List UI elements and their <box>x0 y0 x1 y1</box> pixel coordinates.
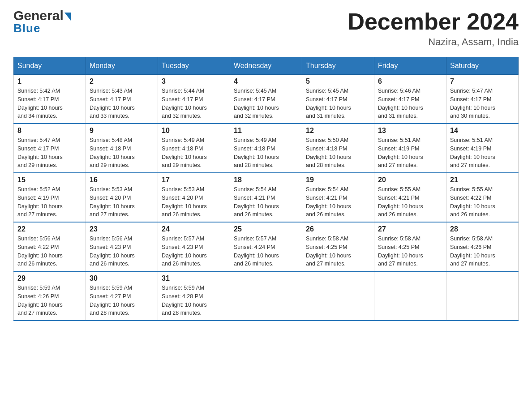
day-info: Sunrise: 5:59 AMSunset: 4:26 PMDaylight:… <box>17 284 82 317</box>
week-row-1: 1 Sunrise: 5:42 AMSunset: 4:17 PMDayligh… <box>14 75 519 124</box>
day-number: 12 <box>306 127 370 135</box>
calendar-cell: 18 Sunrise: 5:54 AMSunset: 4:21 PMDaylig… <box>230 173 302 222</box>
day-number: 4 <box>234 77 298 86</box>
day-number: 7 <box>450 77 515 86</box>
header-sunday: Sunday <box>14 57 86 75</box>
day-number: 1 <box>17 77 82 86</box>
day-info: Sunrise: 5:58 AMSunset: 4:25 PMDaylight:… <box>306 235 370 268</box>
day-number: 3 <box>162 77 226 86</box>
calendar-cell: 30 Sunrise: 5:59 AMSunset: 4:27 PMDaylig… <box>86 271 158 321</box>
header-friday: Friday <box>374 57 446 75</box>
calendar-cell: 5 Sunrise: 5:45 AMSunset: 4:17 PMDayligh… <box>302 75 374 124</box>
day-number: 28 <box>450 225 515 233</box>
calendar-cell: 26 Sunrise: 5:58 AMSunset: 4:25 PMDaylig… <box>302 222 374 271</box>
day-number: 19 <box>306 176 370 184</box>
calendar-cell: 12 Sunrise: 5:50 AMSunset: 4:18 PMDaylig… <box>302 124 374 173</box>
day-info: Sunrise: 5:47 AMSunset: 4:17 PMDaylight:… <box>17 136 82 170</box>
day-number: 14 <box>450 127 515 135</box>
day-info: Sunrise: 5:49 AMSunset: 4:18 PMDaylight:… <box>162 136 226 170</box>
calendar-cell: 27 Sunrise: 5:58 AMSunset: 4:25 PMDaylig… <box>374 222 446 271</box>
day-info: Sunrise: 5:54 AMSunset: 4:21 PMDaylight:… <box>306 185 370 219</box>
calendar-subtitle: Nazira, Assam, India <box>348 36 519 48</box>
calendar-cell: 17 Sunrise: 5:53 AMSunset: 4:20 PMDaylig… <box>158 173 230 222</box>
calendar-cell: 6 Sunrise: 5:46 AMSunset: 4:17 PMDayligh… <box>374 75 446 124</box>
day-number: 11 <box>234 127 298 135</box>
day-info: Sunrise: 5:48 AMSunset: 4:18 PMDaylight:… <box>90 136 154 170</box>
day-info: Sunrise: 5:51 AMSunset: 4:19 PMDaylight:… <box>450 136 515 170</box>
day-number: 5 <box>306 77 370 86</box>
header-saturday: Saturday <box>446 57 519 75</box>
day-info: Sunrise: 5:53 AMSunset: 4:20 PMDaylight:… <box>90 185 154 219</box>
day-number: 20 <box>378 176 442 184</box>
header-thursday: Thursday <box>302 57 374 75</box>
day-number: 17 <box>162 176 226 184</box>
day-info: Sunrise: 5:44 AMSunset: 4:17 PMDaylight:… <box>162 87 226 120</box>
day-number: 13 <box>378 127 442 135</box>
day-number: 15 <box>17 176 82 184</box>
week-row-3: 15 Sunrise: 5:52 AMSunset: 4:19 PMDaylig… <box>14 173 519 222</box>
header-monday: Monday <box>86 57 158 75</box>
day-info: Sunrise: 5:47 AMSunset: 4:17 PMDaylight:… <box>450 87 515 120</box>
day-info: Sunrise: 5:59 AMSunset: 4:28 PMDaylight:… <box>162 284 226 317</box>
calendar-cell: 11 Sunrise: 5:49 AMSunset: 4:18 PMDaylig… <box>230 124 302 173</box>
day-info: Sunrise: 5:57 AMSunset: 4:23 PMDaylight:… <box>162 235 226 268</box>
day-info: Sunrise: 5:49 AMSunset: 4:18 PMDaylight:… <box>234 136 298 170</box>
day-number: 21 <box>450 176 515 184</box>
day-info: Sunrise: 5:51 AMSunset: 4:19 PMDaylight:… <box>378 136 442 170</box>
header-tuesday: Tuesday <box>158 57 230 75</box>
day-info: Sunrise: 5:42 AMSunset: 4:17 PMDaylight:… <box>17 87 82 120</box>
calendar-cell <box>446 271 519 321</box>
day-number: 18 <box>234 176 298 184</box>
day-info: Sunrise: 5:53 AMSunset: 4:20 PMDaylight:… <box>162 185 226 219</box>
calendar-cell: 3 Sunrise: 5:44 AMSunset: 4:17 PMDayligh… <box>158 75 230 124</box>
day-info: Sunrise: 5:46 AMSunset: 4:17 PMDaylight:… <box>378 87 442 120</box>
week-row-5: 29 Sunrise: 5:59 AMSunset: 4:26 PMDaylig… <box>14 271 519 321</box>
calendar-cell: 23 Sunrise: 5:56 AMSunset: 4:23 PMDaylig… <box>86 222 158 271</box>
calendar-cell <box>374 271 446 321</box>
day-info: Sunrise: 5:43 AMSunset: 4:17 PMDaylight:… <box>90 87 154 120</box>
day-number: 30 <box>90 274 154 283</box>
day-number: 9 <box>90 127 154 135</box>
day-number: 24 <box>162 225 226 233</box>
calendar-cell: 9 Sunrise: 5:48 AMSunset: 4:18 PMDayligh… <box>86 124 158 173</box>
calendar-cell: 25 Sunrise: 5:57 AMSunset: 4:24 PMDaylig… <box>230 222 302 271</box>
calendar-cell: 21 Sunrise: 5:55 AMSunset: 4:22 PMDaylig… <box>446 173 519 222</box>
logo: General Blue <box>13 9 71 35</box>
header-wednesday: Wednesday <box>230 57 302 75</box>
calendar-cell: 20 Sunrise: 5:55 AMSunset: 4:21 PMDaylig… <box>374 173 446 222</box>
calendar-cell: 15 Sunrise: 5:52 AMSunset: 4:19 PMDaylig… <box>14 173 86 222</box>
calendar-cell <box>230 271 302 321</box>
day-number: 29 <box>17 274 82 283</box>
day-info: Sunrise: 5:57 AMSunset: 4:24 PMDaylight:… <box>234 235 298 268</box>
calendar-table: SundayMondayTuesdayWednesdayThursdayFrid… <box>13 57 519 321</box>
calendar-cell: 24 Sunrise: 5:57 AMSunset: 4:23 PMDaylig… <box>158 222 230 271</box>
day-info: Sunrise: 5:52 AMSunset: 4:19 PMDaylight:… <box>17 185 82 219</box>
day-number: 10 <box>162 127 226 135</box>
day-info: Sunrise: 5:56 AMSunset: 4:23 PMDaylight:… <box>90 235 154 268</box>
day-number: 31 <box>162 274 226 283</box>
day-number: 23 <box>90 225 154 233</box>
week-row-2: 8 Sunrise: 5:47 AMSunset: 4:17 PMDayligh… <box>14 124 519 173</box>
day-info: Sunrise: 5:45 AMSunset: 4:17 PMDaylight:… <box>234 87 298 120</box>
calendar-cell: 28 Sunrise: 5:58 AMSunset: 4:26 PMDaylig… <box>446 222 519 271</box>
day-info: Sunrise: 5:55 AMSunset: 4:22 PMDaylight:… <box>450 185 515 219</box>
day-number: 2 <box>90 77 154 86</box>
day-number: 22 <box>17 225 82 233</box>
calendar-header-row: SundayMondayTuesdayWednesdayThursdayFrid… <box>14 57 519 75</box>
calendar-cell: 29 Sunrise: 5:59 AMSunset: 4:26 PMDaylig… <box>14 271 86 321</box>
day-info: Sunrise: 5:58 AMSunset: 4:25 PMDaylight:… <box>378 235 442 268</box>
calendar-cell: 4 Sunrise: 5:45 AMSunset: 4:17 PMDayligh… <box>230 75 302 124</box>
day-number: 26 <box>306 225 370 233</box>
calendar-cell: 7 Sunrise: 5:47 AMSunset: 4:17 PMDayligh… <box>446 75 519 124</box>
day-info: Sunrise: 5:55 AMSunset: 4:21 PMDaylight:… <box>378 185 442 219</box>
day-info: Sunrise: 5:54 AMSunset: 4:21 PMDaylight:… <box>234 185 298 219</box>
day-number: 16 <box>90 176 154 184</box>
day-info: Sunrise: 5:58 AMSunset: 4:26 PMDaylight:… <box>450 235 515 268</box>
calendar-cell: 10 Sunrise: 5:49 AMSunset: 4:18 PMDaylig… <box>158 124 230 173</box>
calendar-cell: 2 Sunrise: 5:43 AMSunset: 4:17 PMDayligh… <box>86 75 158 124</box>
calendar-cell: 22 Sunrise: 5:56 AMSunset: 4:22 PMDaylig… <box>14 222 86 271</box>
day-info: Sunrise: 5:45 AMSunset: 4:17 PMDaylight:… <box>306 87 370 120</box>
calendar-cell: 1 Sunrise: 5:42 AMSunset: 4:17 PMDayligh… <box>14 75 86 124</box>
day-number: 6 <box>378 77 442 86</box>
day-number: 27 <box>378 225 442 233</box>
